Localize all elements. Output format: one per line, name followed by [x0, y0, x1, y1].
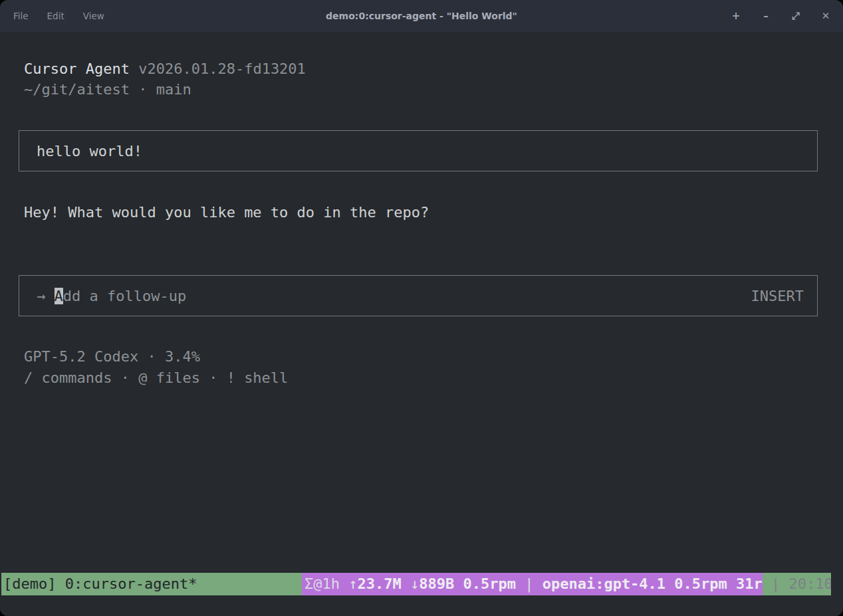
- tmux-status-bar: [demo] 0:cursor-agent* Σ@1h ↑23.7M ↓889B…: [1, 573, 831, 595]
- maximize-icon[interactable]: ⤢: [790, 10, 801, 22]
- workdir-branch: ~/git/aitest · main: [24, 79, 191, 100]
- model-usage: openai:gpt-4.1 0.5rpm 31r: [542, 575, 763, 592]
- clock-segment: | 20:10: [763, 573, 831, 595]
- app-version: v2026.01.28-fd13201: [130, 60, 306, 77]
- titlebar: File Edit View demo:0:cursor-agent - "He…: [0, 0, 843, 32]
- stats-separator: |: [525, 575, 542, 592]
- usage-stats-segment: Σ@1h ↑23.7M ↓889B 0.5rpm | openai:gpt-4.…: [302, 573, 763, 595]
- minimize-icon[interactable]: –: [761, 10, 771, 22]
- terminal-window: File Edit View demo:0:cursor-agent - "He…: [0, 0, 843, 616]
- assistant-message: Hey! What would you like me to do in the…: [24, 202, 429, 223]
- app-name: Cursor Agent: [24, 60, 130, 77]
- new-tab-icon[interactable]: +: [731, 10, 741, 22]
- menu-edit[interactable]: Edit: [47, 11, 64, 21]
- menu-view[interactable]: View: [83, 11, 104, 21]
- download-value: 889B 0.5rpm: [419, 575, 525, 592]
- usage-window: Σ@1h: [304, 575, 348, 592]
- download-arrow-icon: ↓: [410, 575, 419, 592]
- menubar: File Edit View: [0, 11, 104, 21]
- shortcut-hints-line: / commands · @ files · ! shell: [24, 367, 288, 388]
- prompt-arrow-icon: →: [37, 288, 55, 304]
- upload-value: 23.7M: [357, 575, 410, 592]
- window-title: demo:0:cursor-agent - "Hello World": [0, 0, 843, 32]
- app-header: Cursor Agent v2026.01.28-fd13201: [24, 58, 306, 79]
- window-controls: + – ⤢ ✕: [731, 10, 843, 22]
- close-icon[interactable]: ✕: [820, 10, 831, 22]
- model-context-line: GPT-5.2 Codex · 3.4%: [24, 346, 200, 367]
- terminal-content: Cursor Agent v2026.01.28-fd13201 ~/git/a…: [0, 32, 843, 616]
- upload-arrow-icon: ↑: [348, 575, 357, 592]
- follow-up-input[interactable]: → Add a follow-up INSERT: [19, 275, 818, 316]
- input-placeholder: dd a follow-up: [63, 288, 186, 304]
- text-cursor: A: [55, 288, 63, 304]
- user-message: hello world!: [37, 143, 142, 159]
- insert-mode-badge: INSERT: [751, 288, 804, 304]
- tmux-session-window: [demo] 0:cursor-agent*: [1, 573, 302, 595]
- menu-file[interactable]: File: [13, 11, 29, 21]
- user-message-box: hello world!: [19, 130, 818, 171]
